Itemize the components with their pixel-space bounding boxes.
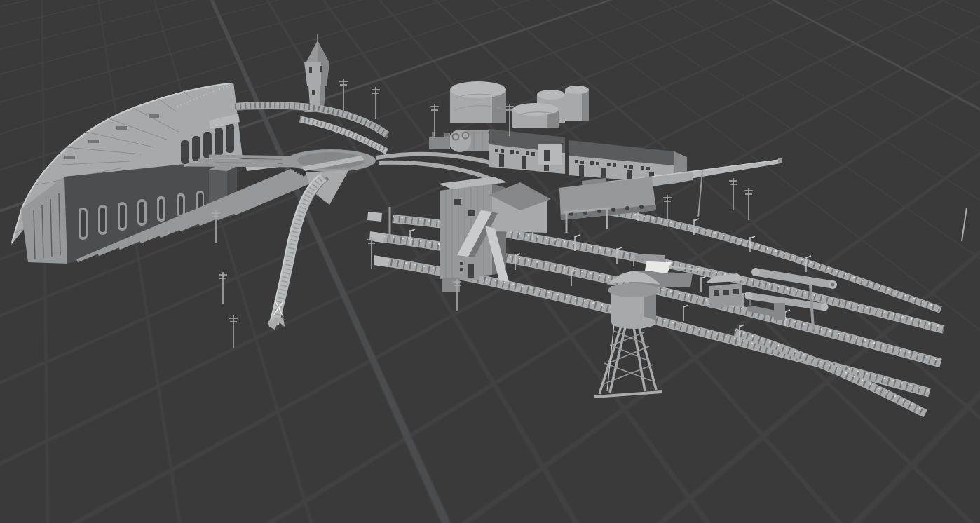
railway-yard-model	[0, 0, 980, 523]
track-embankment	[268, 175, 328, 330]
3d-viewport[interactable]	[0, 0, 980, 523]
workshop-barracks	[489, 129, 687, 184]
steam-locomotive-small	[429, 132, 450, 149]
signal-box	[705, 273, 746, 308]
armored-vehicle	[629, 254, 711, 287]
thin-pole	[962, 208, 967, 241]
brick-water-tower	[304, 34, 329, 112]
storage-tanks	[450, 81, 589, 128]
roundhouse-shed	[11, 83, 243, 264]
